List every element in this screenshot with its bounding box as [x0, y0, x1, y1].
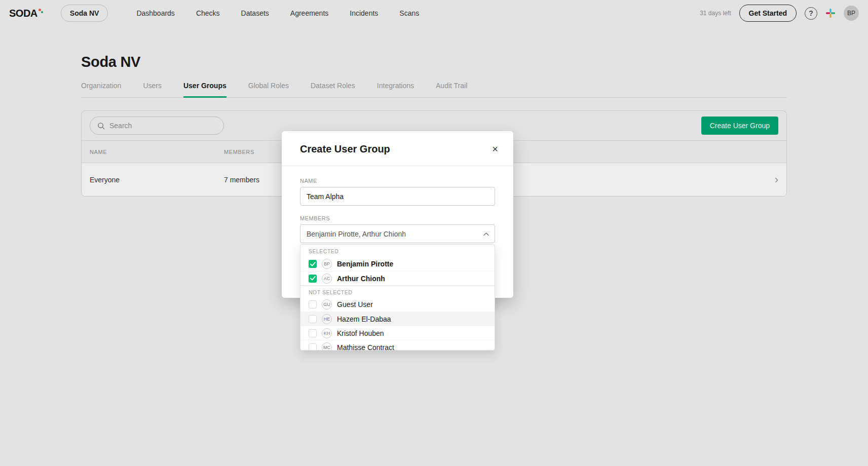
modal-header: Create User Group × [282, 131, 513, 166]
name-field-group: NAME [300, 178, 495, 206]
member-avatar: BP [322, 259, 332, 269]
member-name: Kristof Houben [337, 329, 384, 337]
close-icon[interactable]: × [489, 143, 501, 155]
member-avatar: KH [322, 328, 332, 338]
members-field-group: MEMBERS SELECTED [300, 215, 495, 243]
checkbox-unchecked[interactable] [309, 300, 317, 308]
member-name: Arthur Chionh [337, 275, 385, 283]
member-name: Mathisse Contract [337, 343, 394, 351]
checkbox-unchecked[interactable] [309, 315, 317, 323]
selected-section-header: SELECTED [300, 245, 495, 257]
checkbox-unchecked[interactable] [309, 343, 317, 351]
member-name: Hazem El-Dabaa [337, 315, 391, 323]
member-option-arthur-chionh[interactable]: AC Arthur Chionh [300, 271, 495, 285]
not-selected-section-header: NOT SELECTED [300, 285, 495, 297]
members-dropdown: SELECTED BP Benjamin Pirotte [300, 244, 495, 351]
member-option-guest-user[interactable]: GU Guest User [300, 297, 495, 312]
check-icon [310, 262, 316, 266]
member-avatar: AC [322, 274, 332, 284]
modal-title: Create User Group [300, 143, 390, 155]
members-select-wrapper: SELECTED BP Benjamin Pirotte [300, 224, 495, 243]
member-avatar: HE [322, 314, 332, 324]
checkbox-checked[interactable] [309, 260, 317, 268]
name-field-label: NAME [300, 178, 495, 184]
member-avatar: GU [322, 299, 332, 309]
checkbox-checked[interactable] [309, 275, 317, 283]
checkbox-unchecked[interactable] [309, 329, 317, 337]
member-avatar: MC [322, 342, 332, 351]
app-screen: SODA Soda NV Dashboards Checks Datasets … [0, 0, 868, 466]
member-name: Benjamin Pirotte [337, 260, 393, 268]
members-select-input[interactable] [300, 224, 495, 243]
modal-body: NAME MEMBERS SELECTED [282, 166, 513, 255]
member-option-mathisse-contract[interactable]: MC Mathisse Contract [300, 340, 495, 351]
member-option-benjamin-pirotte[interactable]: BP Benjamin Pirotte [300, 257, 495, 271]
group-name-input[interactable] [300, 187, 495, 206]
member-name: Guest User [337, 300, 373, 308]
member-option-kristof-houben[interactable]: KH Kristof Houben [300, 326, 495, 340]
member-option-hazem-el-dabaa[interactable]: HE Hazem El-Dabaa [300, 312, 495, 326]
members-field-label: MEMBERS [300, 215, 495, 221]
create-user-group-modal: Create User Group × NAME MEMBERS [282, 131, 513, 298]
check-icon [310, 276, 316, 281]
